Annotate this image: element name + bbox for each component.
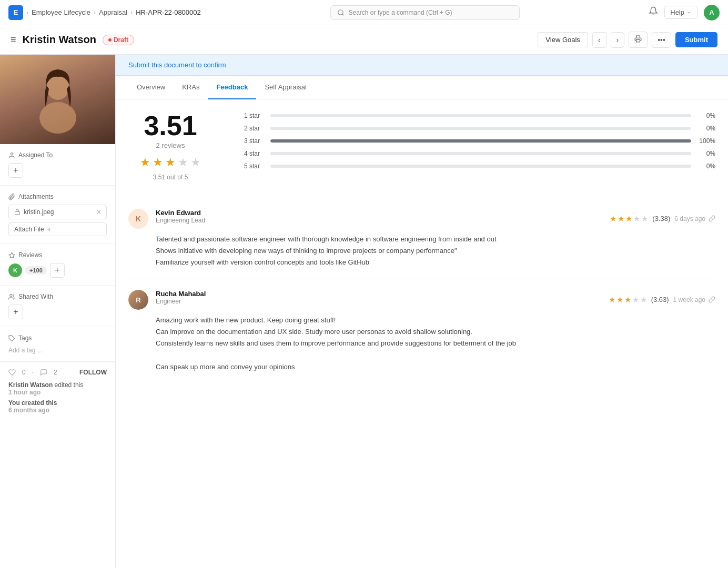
lock-icon <box>14 209 21 215</box>
search-icon <box>337 9 345 16</box>
draft-dot <box>108 38 112 42</box>
review-score-1: (3.38) <box>652 215 670 222</box>
bar-4star-track <box>270 152 691 155</box>
reviewer-avatar-2: R <box>128 290 148 310</box>
star-icon <box>8 252 15 259</box>
review-meta-1: ★ ★ ★ ★ ★ (3.38) 6 days ago <box>610 214 715 224</box>
sidebar: Assigned To + Attachments kristin.jpeg ×… <box>0 55 116 568</box>
reviews-section: Reviews K +100 + <box>0 244 115 286</box>
bar-2star-track <box>270 127 691 130</box>
next-button[interactable]: › <box>611 32 625 48</box>
bar-2star-label: 2 star <box>244 125 265 132</box>
profile-photo <box>0 55 115 144</box>
review-meta-2: ★ ★ ★ ★ ★ (3.63) 1 week ago <box>609 295 715 305</box>
tab-kras[interactable]: KRAs <box>174 76 208 99</box>
svg-rect-5 <box>15 212 20 215</box>
svg-rect-1 <box>636 39 640 42</box>
bar-3star-pct: 100% <box>696 137 715 145</box>
bar-4star-label: 4 star <box>244 150 265 157</box>
submit-button[interactable]: Submit <box>675 32 717 47</box>
chevron-down-icon <box>686 10 692 15</box>
star-5: ★ <box>190 156 201 169</box>
assign-add-button[interactable]: + <box>8 163 23 178</box>
star-2: ★ <box>153 156 163 169</box>
tab-feedback[interactable]: Feedback <box>208 76 256 99</box>
feedback-area: 3.51 2 reviews ★ ★ ★ ★ ★ 3.51 out of 5 1… <box>116 99 728 396</box>
breadcrumb-record-id: HR-APR-22-0800002 <box>136 8 201 16</box>
reviewer-role-2: Engineer <box>156 298 206 305</box>
review-card-2: R Rucha Mahabal Engineer ★ ★ ★ <box>128 279 715 383</box>
notification-bell-button[interactable] <box>649 6 658 18</box>
attachments-label: Attachments <box>8 193 107 200</box>
reviews-label: Reviews <box>8 251 107 259</box>
shared-with-add-button[interactable]: + <box>8 305 23 319</box>
review-text-1: Talented and passionate software enginee… <box>156 234 715 268</box>
search-area[interactable]: Search or type a command (Ctrl + G) <box>330 5 520 20</box>
svg-marker-6 <box>9 252 15 258</box>
review-text-2: Amazing work with the new product. Keep … <box>156 315 715 372</box>
person-icon <box>8 152 15 159</box>
sep2: › <box>94 9 96 16</box>
link-icon-1 <box>709 215 715 222</box>
review-avatar: K <box>8 263 22 277</box>
view-goals-button[interactable]: View Goals <box>538 32 588 47</box>
svg-point-4 <box>11 153 13 155</box>
tag-icon <box>8 335 15 342</box>
rating-left: 3.51 2 reviews ★ ★ ★ ★ ★ 3.51 out of 5 <box>128 112 213 181</box>
tabs-bar: Overview KRAs Feedback Self Appraisal <box>116 76 728 99</box>
star-1: ★ <box>140 156 150 169</box>
review-body-2: Rucha Mahabal Engineer ★ ★ ★ ★ ★ (3. <box>156 290 715 372</box>
add-review-button[interactable]: + <box>50 263 65 278</box>
sep3: › <box>130 9 133 16</box>
top-navigation: E › Employee Lifecycle › Appraisal › HR-… <box>0 0 728 25</box>
tab-overview[interactable]: Overview <box>128 76 174 99</box>
review-body-1: Kevin Edward Engineering Lead ★ ★ ★ ★ ★ <box>156 209 715 268</box>
shared-with-section: Shared With + <box>0 286 115 327</box>
bar-2star: 2 star 0% <box>244 125 715 132</box>
big-score: 3.51 <box>128 112 213 139</box>
breadcrumb-appraisal[interactable]: Appraisal <box>99 8 127 16</box>
edit-log-2: You created this 6 months ago <box>8 399 107 414</box>
attachments-section: Attachments kristin.jpeg × Attach File + <box>0 186 115 244</box>
review-count-badge: +100 <box>25 266 47 275</box>
page-header-left: ≡ Kristin Watson Draft <box>11 34 134 46</box>
add-tag-input[interactable]: Add a tag ... <box>8 347 43 354</box>
attach-file-button[interactable]: Attach File + <box>8 222 107 236</box>
reviews-row: K +100 + <box>8 263 107 278</box>
breadcrumb-employee-lifecycle[interactable]: Employee Lifecycle <box>32 8 90 16</box>
user-avatar[interactable]: A <box>704 5 720 21</box>
assigned-to-section: Assigned To + <box>0 144 115 186</box>
more-options-button[interactable]: ••• <box>652 32 671 48</box>
remove-attachment-button[interactable]: × <box>97 208 101 216</box>
bar-5star: 5 star 0% <box>244 163 715 170</box>
star-3: ★ <box>165 156 176 169</box>
help-button[interactable]: Help <box>664 6 697 19</box>
tab-self-appraisal[interactable]: Self Appraisal <box>256 76 315 99</box>
search-box[interactable]: Search or type a command (Ctrl + G) <box>330 5 520 20</box>
prev-button[interactable]: ‹ <box>592 32 606 48</box>
bar-1star-track <box>270 114 691 117</box>
users-icon <box>8 293 15 300</box>
page-title: Kristin Watson <box>23 34 96 46</box>
svg-point-7 <box>10 294 12 296</box>
reviewer-name-1: Kevin Edward <box>156 209 205 217</box>
review-timestamp-2: 1 week ago <box>673 296 715 303</box>
sidebar-toggle-button[interactable]: ≡ <box>11 34 16 45</box>
follow-button[interactable]: FOLLOW <box>79 369 107 376</box>
bar-4star: 4 star 0% <box>244 150 715 157</box>
main-content: Submit this document to confirm Overview… <box>116 55 728 568</box>
search-placeholder: Search or type a command (Ctrl + G) <box>349 9 452 16</box>
bar-3star: 3 star 100% <box>244 137 715 145</box>
page-header-right: View Goals ‹ › ••• Submit <box>538 32 717 48</box>
bar-5star-pct: 0% <box>696 163 715 170</box>
submit-banner: Submit this document to confirm <box>116 55 728 76</box>
review-header-2: Rucha Mahabal Engineer ★ ★ ★ ★ ★ (3. <box>156 290 715 309</box>
link-icon-2 <box>709 296 715 303</box>
app-icon[interactable]: E <box>8 5 23 20</box>
print-button[interactable] <box>629 32 648 48</box>
review-stars-1: ★ ★ ★ ★ ★ <box>610 214 648 224</box>
review-score-2: (3.63) <box>651 296 669 303</box>
review-count-label: 2 reviews <box>128 141 213 149</box>
star-4: ★ <box>178 156 188 169</box>
comment-icon <box>40 369 47 376</box>
